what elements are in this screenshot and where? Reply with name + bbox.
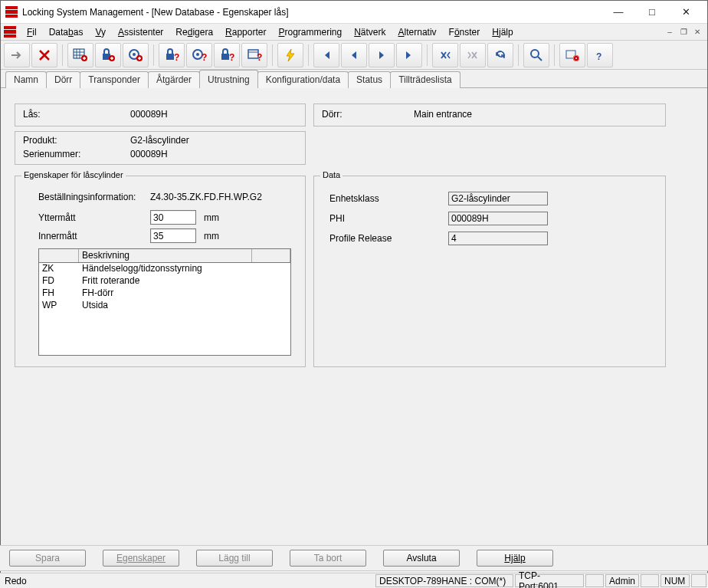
tb-lock-question2-icon[interactable]: ? <box>214 43 240 67</box>
phi-value: 000089H <box>448 212 548 225</box>
panel-las: Lås: 000089H <box>15 103 306 126</box>
main-window: Locking System Management - [New Databas… <box>0 0 708 588</box>
tb-search-icon[interactable] <box>523 43 549 67</box>
tab-tillträdeslista[interactable]: Tillträdeslista <box>390 71 461 88</box>
tb-login-icon[interactable] <box>4 43 30 67</box>
minimize-button[interactable]: ― <box>601 2 635 23</box>
properties-button[interactable]: Egenskaper <box>103 550 179 567</box>
status-tcp: TCP-Port:6001 <box>515 574 584 587</box>
menu-item[interactable]: Alternativ <box>392 25 443 39</box>
inner-label: Innermått <box>38 231 150 241</box>
tab-strip: NamnDörrTransponderÅtgärderUtrustningKon… <box>1 70 707 88</box>
produkt-label: Produkt: <box>23 135 57 146</box>
tb-prev-icon[interactable] <box>341 43 367 67</box>
menu-item[interactable]: Redigera <box>169 25 219 39</box>
app-icon <box>5 6 18 18</box>
menu-item[interactable]: Databas <box>43 25 90 39</box>
svg-text:?: ? <box>202 52 207 62</box>
tb-window-question-icon[interactable]: ? <box>241 43 267 67</box>
enhet-label: Enhetsklass <box>329 193 379 204</box>
best-value: Z4.30-35.ZK.FD.FH.WP.G2 <box>150 192 262 202</box>
tb-next-icon[interactable] <box>369 43 395 67</box>
dorr-label: Dörr: <box>322 109 343 120</box>
menu-item[interactable]: Vy <box>89 25 112 39</box>
panel-product: Produkt: G2-låscylinder Serienummer: 000… <box>15 131 306 165</box>
menu-item[interactable]: Programmering <box>272 25 348 39</box>
svg-point-16 <box>531 50 539 57</box>
exit-button[interactable]: Avsluta <box>383 550 460 567</box>
menu-item[interactable]: Assistenter <box>112 25 169 39</box>
status-num: NUM <box>660 574 690 587</box>
dorr-value: Main entrance <box>414 109 472 120</box>
table-row[interactable]: WPUtsida <box>39 300 290 312</box>
mdi-close-icon[interactable]: ✕ <box>691 27 703 38</box>
table-row[interactable]: FDFritt roterande <box>39 275 290 287</box>
mdi-restore-icon[interactable]: ❐ <box>677 27 690 38</box>
menu-item[interactable]: Nätverk <box>348 25 392 39</box>
menu-item[interactable]: Hjälp <box>486 25 519 39</box>
tb-first-icon[interactable] <box>313 43 339 67</box>
status-admin: Admin <box>605 574 639 587</box>
menu-app-icon <box>4 26 16 38</box>
window-title: Locking System Management - [New Databas… <box>22 7 601 18</box>
tb-flash-icon[interactable] <box>277 43 303 67</box>
save-button[interactable]: Spara <box>9 550 86 567</box>
tab-konfiguration/data[interactable]: Konfiguration/data <box>257 71 349 88</box>
help-button[interactable]: Hjälp <box>477 550 553 567</box>
tab-dörr[interactable]: Dörr <box>46 71 80 88</box>
serie-label: Serienummer: <box>23 149 80 159</box>
best-label: Beställningsinformation: <box>38 192 136 202</box>
add-button[interactable]: Lägg till <box>196 550 273 567</box>
toolbar: ? ? ? ? ? <box>1 41 707 70</box>
tab-status[interactable]: Status <box>348 71 391 88</box>
tab-transponder[interactable]: Transponder <box>80 71 149 88</box>
table-row[interactable]: ZKHändelselogg/tidzonsstyrning <box>39 263 290 275</box>
tb-help-icon[interactable]: ? <box>587 43 613 67</box>
menubar: FilDatabasVyAssistenterRedigeraRapporter… <box>1 24 707 41</box>
maximize-button[interactable]: □ <box>635 2 669 23</box>
tb-lock-question-icon[interactable]: ? <box>159 43 185 67</box>
svg-rect-12 <box>221 54 229 60</box>
tb-trans-add-icon[interactable] <box>123 43 149 67</box>
menu-item[interactable]: Fil <box>21 25 43 39</box>
tb-refresh-icon[interactable] <box>487 43 513 67</box>
inner-unit: mm <box>204 231 219 241</box>
las-label: Lås: <box>23 109 41 120</box>
status-ready: Redo <box>0 576 31 586</box>
tab-namn[interactable]: Namn <box>5 71 47 88</box>
panel-dorr: Dörr: Main entrance <box>313 103 666 126</box>
tab-content: Lås: 000089H Dörr: Main entrance Produkt… <box>1 88 707 587</box>
produkt-value: G2-låscylinder <box>130 135 189 146</box>
tb-cross-fwd-icon[interactable] <box>460 43 486 67</box>
svg-text:?: ? <box>257 52 262 62</box>
tab-åtgärder[interactable]: Åtgärder <box>148 71 200 88</box>
svg-point-10 <box>196 53 199 56</box>
tb-trans-question-icon[interactable]: ? <box>186 43 212 67</box>
ytter-input[interactable] <box>150 210 196 225</box>
mdi-minimize-icon[interactable]: – <box>664 27 676 38</box>
tb-lock-add-icon[interactable] <box>95 43 121 67</box>
tb-cancel-icon[interactable] <box>31 43 57 67</box>
table-row[interactable]: FHFH-dörr <box>39 287 290 300</box>
prof-label: Profile Release <box>329 233 392 244</box>
group-data: Data Enhetsklass G2-låscylinder PHI 0000… <box>313 176 666 367</box>
grid-header: Beskrivning <box>39 249 290 263</box>
las-value: 000089H <box>130 109 168 120</box>
group-data-title: Data <box>320 170 343 179</box>
close-button[interactable]: ✕ <box>669 2 703 23</box>
remove-button[interactable]: Ta bort <box>290 550 366 567</box>
menu-item[interactable]: Rapporter <box>219 25 272 39</box>
tab-utrustning[interactable]: Utrustning <box>199 70 258 88</box>
svg-text:?: ? <box>596 51 601 62</box>
phi-label: PHI <box>329 213 345 224</box>
svg-point-5 <box>133 53 136 56</box>
tb-grid-add-icon[interactable] <box>67 43 93 67</box>
properties-grid[interactable]: Beskrivning ZKHändelselogg/tidzonsstyrni… <box>38 248 291 356</box>
svg-text:?: ? <box>229 52 234 62</box>
tb-cross-back-icon[interactable] <box>432 43 458 67</box>
inner-input[interactable] <box>150 228 196 243</box>
group-cylinder: Egenskaper för låscylinder Beställningsi… <box>15 176 306 367</box>
menu-item[interactable]: Fönster <box>443 25 487 39</box>
tb-last-icon[interactable] <box>396 43 422 67</box>
tb-settings-icon[interactable] <box>559 43 585 67</box>
